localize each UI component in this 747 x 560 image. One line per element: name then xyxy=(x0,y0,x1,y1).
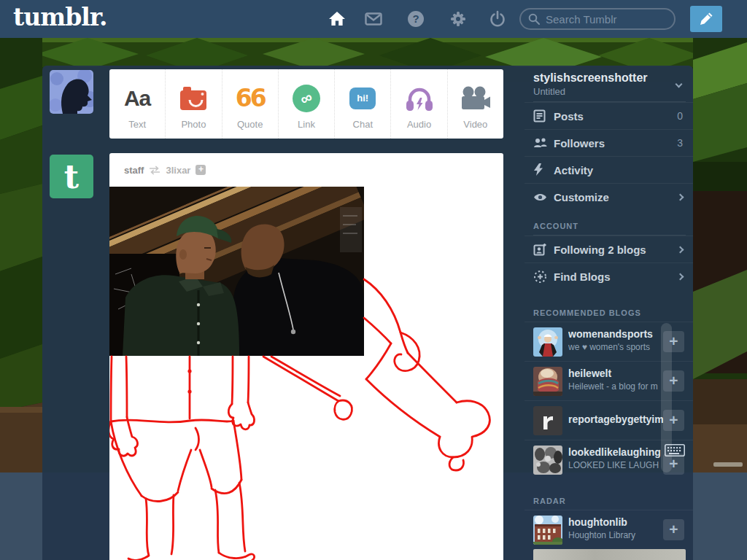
new-chat-post-button[interactable]: hi! Chat xyxy=(335,69,391,139)
following-label: Following 2 blogs xyxy=(554,244,678,256)
sidebar-item-following[interactable]: Following 2 blogs xyxy=(525,236,693,262)
chevron-right-icon xyxy=(677,193,684,201)
account-section-header: ACCOUNT xyxy=(525,210,693,235)
post-composer-card: Aa Text Photo 66 Quote ∞ Link xyxy=(109,69,503,139)
blog-name[interactable]: lookedlikelaughing xyxy=(568,446,663,458)
search-input[interactable] xyxy=(546,13,662,26)
search-icon xyxy=(528,13,540,25)
blog-avatar xyxy=(533,446,562,475)
svg-text:t: t xyxy=(64,158,80,195)
posts-count: 0 xyxy=(677,110,683,122)
quote-icon: 66 xyxy=(236,84,265,112)
blog-username[interactable]: stylishscreenshotter xyxy=(533,71,683,85)
messages-icon[interactable] xyxy=(365,10,382,28)
home-icon[interactable] xyxy=(328,10,346,28)
find-blogs-icon xyxy=(533,270,547,284)
chat-post-label: Chat xyxy=(353,119,373,130)
chevron-right-icon xyxy=(677,273,684,280)
follow-plus-button[interactable]: + xyxy=(663,519,684,540)
radar-section-header: RADAR xyxy=(525,479,693,510)
search-bar xyxy=(519,8,676,30)
user-avatar-image xyxy=(50,70,93,114)
recommended-section-header: RECOMMENDED BLOGS xyxy=(525,289,693,322)
right-sidebar: stylishscreenshotter Untitled Posts 0 xyxy=(525,66,693,560)
posts-label: Posts xyxy=(554,110,677,122)
new-quote-post-button[interactable]: 66 Quote xyxy=(222,69,279,139)
sidebar-item-activity[interactable]: Activity xyxy=(525,156,693,183)
followers-icon xyxy=(533,137,547,149)
blog-avatar xyxy=(533,516,562,545)
following-icon xyxy=(533,243,547,256)
blog-avatar xyxy=(533,406,562,435)
staff-avatar-image: t xyxy=(50,155,93,198)
tumblr-logo[interactable]: tumblr. xyxy=(13,3,107,31)
blog-name[interactable]: houghtonlib xyxy=(568,516,663,528)
posts-icon xyxy=(533,109,546,122)
chevron-right-icon xyxy=(677,246,684,253)
help-icon[interactable]: ? xyxy=(407,10,425,28)
followers-label: Followers xyxy=(554,137,677,149)
text-post-label: Text xyxy=(128,119,146,130)
sidebar-item-customize[interactable]: Customize xyxy=(525,183,693,210)
find-blogs-label: Find Blogs xyxy=(554,271,678,283)
post-author-link[interactable]: staff xyxy=(124,165,144,176)
sidebar-scrollbar-thumb[interactable] xyxy=(661,323,672,472)
blog-description: Houghton Library xyxy=(568,530,663,540)
text-post-icon: Aa xyxy=(124,86,150,111)
new-link-post-button[interactable]: ∞ Link xyxy=(279,69,335,139)
quote-post-label: Quote xyxy=(237,119,263,130)
reblog-icon xyxy=(149,166,160,175)
new-video-post-button[interactable]: Video xyxy=(448,69,503,139)
activity-label: Activity xyxy=(554,164,683,176)
follow-source-button[interactable]: + xyxy=(196,165,206,175)
blog-name[interactable]: heilewelt xyxy=(568,368,663,379)
post-header: staff 3lixar + xyxy=(109,153,503,187)
video-camera-icon xyxy=(460,86,491,111)
pencil-icon xyxy=(698,11,714,27)
sidebar-item-posts[interactable]: Posts 0 xyxy=(525,102,693,129)
sidebar-item-followers[interactable]: Followers 3 xyxy=(525,129,693,156)
avatar-default-user[interactable] xyxy=(50,70,93,114)
blog-avatar xyxy=(533,327,562,357)
new-audio-post-button[interactable]: Audio xyxy=(391,69,447,139)
photo-camera-icon xyxy=(179,86,207,111)
link-icon: ∞ xyxy=(293,85,320,112)
customize-eye-icon xyxy=(533,192,547,202)
blog-description: Heilewelt - a blog for m xyxy=(568,381,663,392)
blog-description: we ♥ women's sports xyxy=(568,342,663,352)
tumblr-dashboard: tumblr. ? xyxy=(0,0,747,560)
logout-power-icon[interactable] xyxy=(489,10,506,28)
dashboard-post: staff 3lixar + xyxy=(109,153,503,560)
radar-blog-houghtonlib[interactable]: houghtonlib Houghton Library + xyxy=(525,510,693,549)
top-navbar: tumblr. ? xyxy=(0,0,747,38)
activity-lightning-icon xyxy=(533,163,543,176)
post-source-link[interactable]: 3lixar xyxy=(166,165,190,176)
compose-button[interactable] xyxy=(690,6,722,32)
sidebar-item-find-blogs[interactable]: Find Blogs xyxy=(525,262,693,289)
background-watermark xyxy=(713,462,743,467)
audio-headphones-icon xyxy=(405,85,434,112)
new-photo-post-button[interactable]: Photo xyxy=(166,69,222,139)
video-post-label: Video xyxy=(463,119,487,130)
followers-count: 3 xyxy=(677,137,683,149)
chat-icon: hi! xyxy=(349,88,376,109)
svg-text:?: ? xyxy=(412,12,419,25)
post-photo[interactable] xyxy=(109,187,503,560)
blog-name[interactable]: womenandsports xyxy=(568,328,663,340)
settings-gear-icon[interactable] xyxy=(449,10,467,28)
link-post-label: Link xyxy=(298,119,315,130)
audio-post-label: Audio xyxy=(407,119,431,130)
blog-name[interactable]: reportagebygettyim xyxy=(568,413,663,425)
radar-post-preview[interactable] xyxy=(533,549,686,560)
blog-avatar xyxy=(533,367,562,396)
blog-title: Untitled xyxy=(533,86,683,97)
new-text-post-button[interactable]: Aa Text xyxy=(109,69,166,139)
current-blog-selector[interactable]: stylishscreenshotter Untitled xyxy=(525,66,693,101)
red-drawing-overlay xyxy=(109,187,503,560)
avatar-tumblr-staff[interactable]: t xyxy=(50,155,93,198)
customize-label: Customize xyxy=(554,191,678,203)
blog-description: LOOKED LIKE LAUGH xyxy=(568,460,663,470)
photo-post-label: Photo xyxy=(181,119,206,130)
